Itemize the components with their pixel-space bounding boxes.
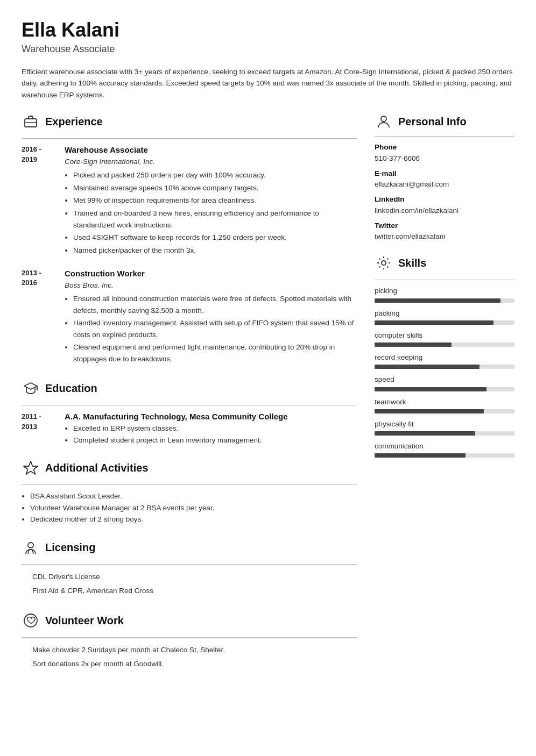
exp-bullet-1-1: Maintained average speeds 10% above comp…	[73, 182, 357, 194]
exp-entry-1: 2016 - 2019 Warehouse Associate Core-Sig…	[22, 144, 357, 257]
left-column: Experience 2016 - 2019 Warehouse Associa…	[22, 112, 357, 684]
phone-field: Phone 510-377-6606	[375, 142, 514, 164]
exp-company-2: Boss Bros. Inc.	[65, 280, 357, 291]
license-1: First Aid & CPR, American Red Cross	[22, 584, 357, 598]
exp-bullet-1-2: Met 99% of inspection requirements for a…	[73, 195, 357, 206]
licensing-icon	[22, 538, 40, 557]
education-section: Education 2011 - 2013 A.A. Manufacturing…	[22, 379, 357, 446]
personal-info-icon	[375, 112, 393, 131]
skill-bar-fill-1	[375, 320, 493, 325]
skill-name-7: communication	[375, 441, 514, 452]
volunteer-heart-icon	[23, 613, 38, 628]
edu-bullet-1-0: Excelled in ERP system classes.	[73, 423, 287, 434]
skill-item-1: packing	[375, 308, 514, 325]
exp-bullets-1: Picked and packed 250 orders per day wit…	[65, 169, 357, 256]
volunteer-0: Make chowder 2 Sundays per month at Chal…	[22, 643, 357, 657]
exp-bullet-2-1: Handled inventory management. Assisted w…	[73, 317, 357, 340]
edu-content-1: A.A. Manufacturing Technology, Mesa Comm…	[65, 411, 287, 446]
experience-icon	[22, 112, 40, 131]
exp-title-2: Construction Worker	[65, 268, 357, 280]
licensing-title: Licensing	[45, 539, 95, 555]
resume-page: Ella Kalani Warehouse Associate Efficien…	[0, 0, 536, 756]
svg-point-9	[381, 116, 386, 122]
skills-gear-icon	[376, 255, 391, 270]
svg-point-10	[382, 261, 386, 265]
license-0: CDL Driver's License	[22, 570, 357, 584]
personal-info-divider	[375, 136, 514, 137]
activities-divider	[22, 484, 357, 485]
skill-bar-fill-3	[375, 365, 479, 369]
experience-divider	[22, 138, 357, 139]
svg-point-5	[28, 543, 33, 548]
skill-name-6: physically fit	[375, 419, 514, 430]
volunteer-icon	[22, 611, 40, 630]
skill-bar-fill-0	[375, 298, 500, 303]
linkedin-field: LinkedIn linkedin.com/in/ellazkalani	[375, 194, 514, 216]
activity-1: Volunteer Warehouse Manager at 2 BSA eve…	[30, 502, 357, 514]
skill-name-0: picking	[375, 286, 514, 296]
phone-label: Phone	[375, 142, 514, 153]
education-title: Education	[45, 380, 97, 396]
exp-bullet-1-4: Used 4SIGHT software to keep records for…	[73, 232, 357, 244]
personal-info-header: Personal Info	[375, 112, 514, 133]
skills-divider	[375, 280, 514, 280]
email-label: E-mail	[375, 168, 514, 179]
skills-icon	[375, 254, 393, 272]
graduation-cap-icon	[23, 381, 38, 396]
edu-bullet-1-1: Completed student project in Lean invent…	[73, 434, 287, 446]
edu-title-1: A.A. Manufacturing Technology, Mesa Comm…	[65, 411, 287, 423]
twitter-value: twitter.com/ellazkalani	[375, 231, 514, 242]
skill-bar-fill-2	[375, 343, 452, 347]
exp-dates-1: 2016 - 2019	[22, 144, 65, 257]
activity-0: BSA Assistant Scout Leader.	[30, 490, 357, 502]
briefcase-icon	[23, 114, 38, 129]
linkedin-label: LinkedIn	[375, 194, 514, 205]
exp-bullet-2-2: Cleaned equipment and performed light ma…	[73, 341, 357, 365]
edu-dates-1: 2011 - 2013	[22, 411, 65, 446]
twitter-label: Twitter	[375, 220, 514, 231]
edu-entry-1: 2011 - 2013 A.A. Manufacturing Technolog…	[22, 411, 357, 446]
activities-icon	[22, 459, 40, 477]
licensing-section: Licensing CDL Driver's License First Aid…	[22, 538, 357, 598]
skills-title: Skills	[398, 255, 426, 271]
exp-title-1: Warehouse Associate	[65, 144, 357, 156]
skills-section: Skills picking packing computer skills r…	[375, 254, 514, 458]
exp-bullets-2: Ensured all inbound construction materia…	[65, 293, 357, 365]
skill-bar-bg-1	[375, 320, 514, 325]
volunteer-header: Volunteer Work	[22, 611, 357, 632]
exp-bullet-2-0: Ensured all inbound construction materia…	[73, 293, 357, 316]
exp-bullet-1-0: Picked and packed 250 orders per day wit…	[73, 169, 357, 181]
skill-item-6: physically fit	[375, 419, 514, 436]
skill-item-5: teamwork	[375, 397, 514, 413]
skill-name-2: computer skills	[375, 330, 514, 341]
education-header: Education	[22, 379, 357, 400]
skill-name-1: packing	[375, 308, 514, 319]
exp-bullet-1-5: Named picker/packer of the month 3x.	[73, 245, 357, 256]
skill-bar-fill-7	[375, 453, 466, 458]
summary-text: Efficient warehouse associate with 3+ ye…	[22, 66, 514, 101]
exp-content-1: Warehouse Associate Core-Sign Internatio…	[65, 144, 357, 257]
exp-bullet-1-3: Trained and on-boarded 3 new hires, ensu…	[73, 208, 357, 231]
volunteer-title: Volunteer Work	[45, 612, 124, 629]
svg-marker-4	[24, 461, 38, 474]
volunteer-divider	[22, 637, 357, 638]
skill-name-5: teamwork	[375, 397, 514, 408]
skill-bar-fill-5	[375, 409, 484, 413]
licensing-divider	[22, 564, 357, 565]
skill-bar-bg-5	[375, 409, 514, 413]
skills-header: Skills	[375, 254, 514, 274]
email-field: E-mail ellazkalani@gmail.com	[375, 168, 514, 190]
job-title: Warehouse Associate	[22, 42, 514, 56]
exp-content-2: Construction Worker Boss Bros. Inc. Ensu…	[65, 268, 357, 366]
activities-title: Additional Activities	[45, 460, 149, 476]
edu-bullets-1: Excelled in ERP system classes. Complete…	[65, 423, 287, 446]
skills-list: picking packing computer skills record k…	[375, 286, 514, 458]
exp-entry-2: 2013 - 2016 Construction Worker Boss Bro…	[22, 268, 357, 366]
licensing-header: Licensing	[22, 538, 357, 559]
linkedin-value: linkedin.com/in/ellazkalani	[375, 205, 514, 216]
phone-value: 510-377-6606	[375, 153, 514, 164]
exp-company-1: Core-Sign International, Inc.	[65, 156, 357, 167]
skill-bar-bg-7	[375, 453, 514, 458]
skill-item-4: speed	[375, 374, 514, 391]
svg-point-8	[24, 614, 37, 627]
